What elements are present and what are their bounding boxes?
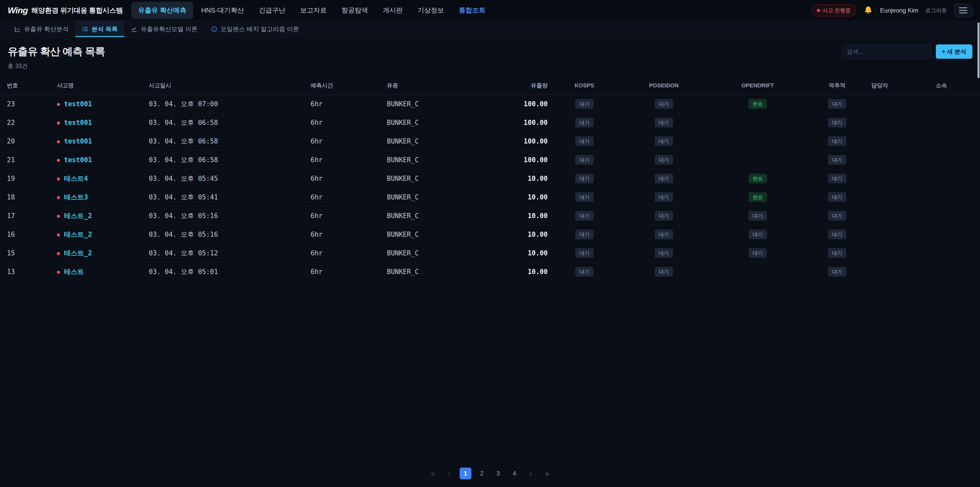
incident-link[interactable]: 테스트_2 xyxy=(64,231,92,238)
cell-duration: 6hr xyxy=(310,207,387,225)
pagination-page-1[interactable]: 1 xyxy=(460,468,471,479)
tab-oilfence-algorithm-theory[interactable]: 오일펜스 배치 알고리즘 이론 xyxy=(204,21,306,37)
pagination-page-4[interactable]: 4 xyxy=(509,468,520,479)
status-badge: 대기 xyxy=(655,174,673,184)
brand[interactable]: Wing 해양환경 위기대응 통합시스템 xyxy=(8,5,123,15)
incident-link[interactable]: test001 xyxy=(64,137,92,145)
cell-name: test001 xyxy=(57,132,149,151)
cell-poseidon: 대기 xyxy=(621,244,706,262)
status-badge: 대기 xyxy=(655,99,673,109)
status-badge: 대기 xyxy=(575,230,593,239)
cell-opendrift: 완료 xyxy=(706,95,809,113)
incident-status-dot-icon xyxy=(57,177,60,180)
cell-no: 23 xyxy=(0,95,57,113)
cell-backtrack: 대기 xyxy=(809,95,865,113)
pagination-next[interactable]: › xyxy=(525,468,537,479)
hamburger-icon xyxy=(959,7,967,8)
cell-opendrift xyxy=(706,151,809,169)
hamburger-menu-button[interactable] xyxy=(954,4,972,17)
nav-item-reports[interactable]: 보고자료 xyxy=(293,2,333,19)
cell-affiliation xyxy=(929,151,980,169)
status-badge: 대기 xyxy=(575,136,593,146)
tab-label: 유출유확산모델 이론 xyxy=(141,25,197,33)
incident-link[interactable]: test001 xyxy=(64,156,92,164)
status-badge: 대기 xyxy=(828,136,846,146)
incident-link[interactable]: 테스트_2 xyxy=(64,249,92,257)
incident-status-dot-icon xyxy=(57,233,60,236)
scrollbar-thumb[interactable] xyxy=(977,22,980,78)
cell-kosps: 대기 xyxy=(548,225,621,244)
nav-item-hns-diffusion[interactable]: HNS·대기확산 xyxy=(195,2,251,19)
tab-bar: 유출유 확산분석 분석 목록 유출유확산모델 이론 오일펜스 배치 알고리즘 이… xyxy=(0,21,980,37)
app-title: 해양환경 위기대응 통합시스템 xyxy=(32,6,123,15)
user-name: Eunjeong Kim xyxy=(880,7,918,14)
table-row: 16테스트_203. 04. 오후 05:166hrBUNKER_C10.00대… xyxy=(0,225,980,244)
cell-amount: 10.00 xyxy=(502,169,548,188)
cell-affiliation xyxy=(929,207,980,225)
tab-analysis-list[interactable]: 분석 목록 xyxy=(75,21,124,37)
incident-link[interactable]: 테스트4 xyxy=(64,175,88,182)
cell-duration: 6hr xyxy=(310,95,387,113)
cell-poseidon: 대기 xyxy=(621,225,706,244)
nav-item-weather-info[interactable]: 기상정보 xyxy=(411,2,451,19)
incident-status-dot-icon xyxy=(57,103,60,106)
cell-oil: BUNKER_C xyxy=(387,225,502,244)
status-badge: 대기 xyxy=(575,99,593,109)
incident-link[interactable]: 테스트3 xyxy=(64,193,88,201)
total-count: 총 33건 xyxy=(8,62,105,70)
cell-manager xyxy=(865,132,929,151)
cell-poseidon: 대기 xyxy=(621,113,706,132)
tab-oil-spill-analysis[interactable]: 유출유 확산분석 xyxy=(8,21,75,37)
cell-backtrack: 대기 xyxy=(809,244,865,262)
cell-datetime: 03. 04. 오후 06:58 xyxy=(149,132,310,151)
pagination-page-3[interactable]: 3 xyxy=(492,468,504,479)
cell-poseidon: 대기 xyxy=(621,95,706,113)
incident-link[interactable]: 테스트_2 xyxy=(64,212,92,220)
cell-manager xyxy=(865,225,929,244)
logout-button[interactable]: 로그아웃 xyxy=(925,7,947,14)
scatter-chart-icon xyxy=(14,26,21,32)
cell-no: 19 xyxy=(0,169,57,188)
cell-manager xyxy=(865,113,929,132)
cell-kosps: 대기 xyxy=(548,188,621,207)
nav-item-board[interactable]: 게시판 xyxy=(376,2,409,19)
analysis-table: 번호사고명사고일시예측시간유종유출량KOSPSPOSEIDONOPENDRIFT… xyxy=(0,76,980,281)
nav-item-emergency-rescue[interactable]: 긴급구난 xyxy=(252,2,292,19)
cell-opendrift xyxy=(706,262,809,281)
cell-backtrack: 대기 xyxy=(809,262,865,281)
incident-link[interactable]: 테스트 xyxy=(64,268,84,276)
pagination-last[interactable]: » xyxy=(541,468,553,479)
table-row: 19테스트403. 04. 오후 05:456hrBUNKER_C10.00대기… xyxy=(0,169,980,188)
pagination-prev[interactable]: ‹ xyxy=(443,468,455,479)
incident-status-dot-icon xyxy=(57,215,60,218)
tab-label: 분석 목록 xyxy=(92,25,118,33)
nav-item-aerial-search[interactable]: 항공탐색 xyxy=(335,2,375,19)
cell-manager xyxy=(865,151,929,169)
status-badge: 완료 xyxy=(749,192,767,202)
status-badge: 대기 xyxy=(575,118,593,128)
topbar-right: 사고 진행중 Eunjeong Kim 로그아웃 xyxy=(811,4,972,17)
search-input[interactable] xyxy=(842,45,932,59)
incident-status-dot-icon xyxy=(57,271,60,274)
incident-link[interactable]: test001 xyxy=(64,119,92,126)
nav-item-integrated-search[interactable]: 통합조회 xyxy=(452,2,492,19)
cell-amount: 100.00 xyxy=(502,95,548,113)
cell-affiliation xyxy=(929,95,980,113)
incident-link[interactable]: test001 xyxy=(64,100,92,108)
cell-oil: BUNKER_C xyxy=(387,244,502,262)
pagination-page-2[interactable]: 2 xyxy=(476,468,488,479)
pagination-first[interactable]: « xyxy=(427,468,439,479)
cell-opendrift: 대기 xyxy=(706,244,809,262)
analysis-table-body: 23test00103. 04. 오후 07:006hrBUNKER_C100.… xyxy=(0,95,980,281)
notifications-button[interactable] xyxy=(863,6,873,15)
new-analysis-button[interactable]: + 새 분석 xyxy=(936,45,972,59)
status-badge: 대기 xyxy=(655,118,673,128)
status-badge: 대기 xyxy=(749,211,767,220)
cell-poseidon: 대기 xyxy=(621,188,706,207)
cell-poseidon: 대기 xyxy=(621,151,706,169)
nav-item-oil-spill-prediction[interactable]: 유출유 확산예측 xyxy=(131,2,193,19)
status-badge: 대기 xyxy=(828,155,846,165)
tab-diffusion-model-theory[interactable]: 유출유확산모델 이론 xyxy=(124,21,204,37)
incident-in-progress-badge: 사고 진행중 xyxy=(811,4,856,17)
cell-no: 15 xyxy=(0,244,57,262)
